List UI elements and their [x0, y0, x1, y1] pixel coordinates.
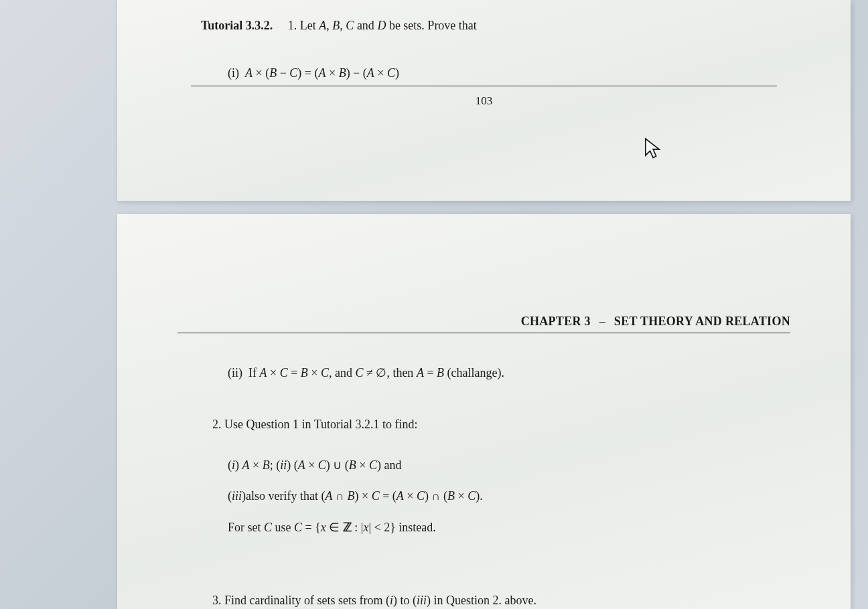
chapter-title: SET THEORY AND RELATION: [614, 315, 790, 328]
document-page-top: Tutorial 3.3.2. 1. Let A, B, C and D be …: [117, 0, 851, 201]
question-3: 3. Find cardinality of sets sets from (i…: [212, 591, 810, 609]
q2-item-iii: (iii)also verify that (A ∩ B) × C = (A ×…: [228, 487, 810, 506]
cursor-icon: [643, 137, 662, 160]
question-1-intro: 1. Let A, B, C and D be sets. Prove that: [288, 19, 477, 32]
q2-item-i-ii: (i) A × B; (ii) (A × C) ∪ (B × C) and: [228, 456, 810, 475]
problem-item-ii: (ii) If A × C = B × C, and C ≠ ∅, then A…: [228, 363, 810, 383]
horizontal-rule: [191, 86, 777, 86]
question-2: 2. Use Question 1 in Tutorial 3.2.1 to f…: [212, 415, 810, 434]
header-dash: –: [599, 315, 605, 328]
horizontal-rule-bottom: [177, 333, 790, 333]
tutorial-label: Tutorial 3.3.2.: [201, 19, 273, 32]
document-page-bottom: CHAPTER 3 – SET THEORY AND RELATION (ii)…: [117, 214, 851, 609]
tutorial-header: Tutorial 3.3.2. 1. Let A, B, C and D be …: [201, 19, 810, 33]
question-2-subitems: (i) A × B; (ii) (A × C) ∪ (B × C) and (i…: [228, 456, 810, 507]
chapter-header: CHAPTER 3 – SET THEORY AND RELATION: [157, 315, 790, 329]
problem-item-i: (i) A × (B − C) = (A × B) − (A × C): [228, 66, 810, 80]
for-set-note: For set C use C = {x ∈ ℤ : |x| < 2} inst…: [228, 518, 810, 537]
chapter-number: CHAPTER 3: [521, 315, 591, 328]
page-number: 103: [157, 94, 810, 108]
